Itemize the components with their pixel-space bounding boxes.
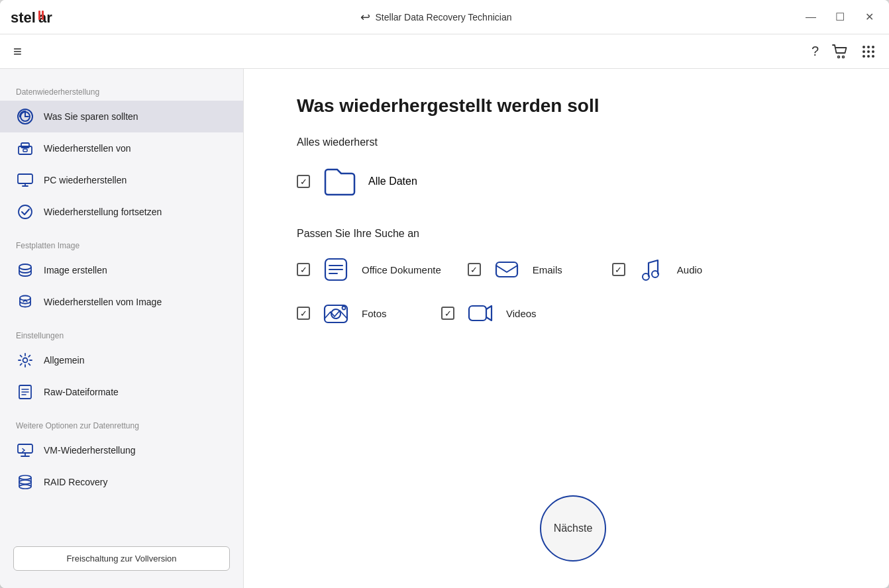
svg-point-5 <box>843 56 845 58</box>
next-button[interactable]: Nächste <box>540 495 606 562</box>
svg-point-40 <box>643 273 649 280</box>
general-icon <box>16 351 34 369</box>
svg-point-8 <box>872 46 874 48</box>
sidebar-item-continue-restore[interactable]: Wiederherstellung fortsetzen <box>0 196 243 228</box>
file-type-email: Emails <box>468 253 586 286</box>
content-area: Was wiederhergestellt werden soll Alles … <box>244 69 889 588</box>
toolbar-right: ? <box>811 44 876 59</box>
svg-rect-29 <box>18 444 32 453</box>
email-checkbox[interactable] <box>468 263 481 276</box>
sidebar-item-general[interactable]: Allgemein <box>0 344 243 376</box>
restore-from-image-icon <box>16 293 34 311</box>
svg-point-11 <box>872 50 874 53</box>
all-data-checkbox[interactable] <box>297 175 310 188</box>
customize-section: Passen Sie Ihre Suche an <box>297 228 849 340</box>
maximize-button[interactable]: ☐ <box>831 8 849 26</box>
customize-label: Passen Sie Ihre Suche an <box>297 228 849 240</box>
all-section-label: Alles wiederherst <box>297 136 849 148</box>
svg-rect-45 <box>469 306 486 320</box>
sidebar-item-label: Wiederherstellen vom Image <box>44 297 162 307</box>
sidebar-item-create-image[interactable]: Image erstellen <box>0 254 243 286</box>
sidebar-item-label: Wiederherstellen von <box>44 143 131 154</box>
all-data-section: Alle Daten <box>297 162 849 201</box>
raid-recovery-icon <box>16 473 34 491</box>
minimize-button[interactable]: — <box>802 8 820 26</box>
videos-icon <box>464 297 497 330</box>
audio-checkbox[interactable] <box>612 263 625 276</box>
photos-checkbox[interactable] <box>297 307 310 320</box>
title-bar: stel ar ↩ Stellar Data Recovery Technici… <box>0 0 889 34</box>
svg-point-9 <box>863 50 865 53</box>
sidebar-item-label: RAID Recovery <box>44 477 107 487</box>
office-icon <box>319 253 352 286</box>
page-title: Was wiederhergestellt werden soll <box>297 95 849 117</box>
window-title: Stellar Data Recovery Technician <box>376 12 512 23</box>
email-label: Emails <box>533 264 586 275</box>
office-checkbox[interactable] <box>297 263 310 276</box>
svg-point-13 <box>867 55 870 58</box>
svg-rect-20 <box>18 174 32 183</box>
unlock-button[interactable]: Freischaltung zur Vollversion <box>13 546 230 571</box>
videos-checkbox[interactable] <box>441 307 454 320</box>
sidebar-item-restore-from[interactable]: Wiederherstellen von <box>0 132 243 164</box>
svg-text:ar: ar <box>38 9 52 26</box>
help-icon[interactable]: ? <box>811 44 819 59</box>
raw-formats-icon <box>16 383 34 401</box>
sidebar-item-label: Was Sie sparen sollten <box>44 111 138 122</box>
toolbar: ≡ ? <box>0 34 889 69</box>
title-bar-center: ↩ Stellar Data Recovery Technician <box>70 10 802 24</box>
svg-point-44 <box>342 307 346 310</box>
svg-rect-39 <box>496 262 517 277</box>
sidebar-item-label: Raw-Dateiformate <box>44 387 119 397</box>
sidebar-item-vm-restore[interactable]: VM-Wiederherstellung <box>0 434 243 466</box>
svg-rect-2 <box>38 11 40 20</box>
close-button[interactable]: ✕ <box>860 8 878 26</box>
svg-point-6 <box>863 46 865 48</box>
svg-point-32 <box>19 485 31 489</box>
file-type-audio: Audio <box>612 253 730 286</box>
menu-button[interactable]: ≡ <box>13 43 22 60</box>
pc-restore-icon <box>16 171 34 189</box>
cart-icon[interactable] <box>832 44 848 59</box>
sidebar-item-pc-restore[interactable]: PC wiederherstellen <box>0 164 243 196</box>
app-window: stel ar ↩ Stellar Data Recovery Technici… <box>0 0 889 588</box>
svg-point-12 <box>863 55 865 58</box>
svg-point-21 <box>19 205 32 219</box>
sidebar-item-what-to-save[interactable]: Was Sie sparen sollten <box>0 101 243 132</box>
photos-icon <box>319 297 352 330</box>
sidebar-item-label: Wiederherstellung fortsetzen <box>44 207 162 217</box>
file-type-photos: Fotos <box>297 297 415 330</box>
title-back-icon: ↩ <box>360 10 370 24</box>
sidebar-section-settings: Einstellungen <box>0 326 243 344</box>
svg-rect-3 <box>42 11 44 20</box>
vm-restore-icon <box>16 441 34 460</box>
svg-point-41 <box>652 271 658 277</box>
restore-from-icon <box>16 139 34 158</box>
sidebar-item-label: Image erstellen <box>44 265 107 275</box>
audio-icon <box>635 253 668 286</box>
all-data-label: Alle Daten <box>368 175 417 187</box>
file-types-row-2: Fotos Videos <box>297 297 849 330</box>
svg-text:stel: stel <box>11 9 36 26</box>
continue-restore-icon <box>16 203 34 221</box>
logo: stel ar <box>11 7 70 28</box>
sidebar-section-more: Weitere Optionen zur Datenrettung <box>0 416 243 434</box>
audio-label: Audio <box>677 264 730 275</box>
svg-point-31 <box>19 480 31 484</box>
email-icon <box>490 253 523 286</box>
sidebar-item-label: VM-Wiederherstellung <box>44 445 136 456</box>
photos-label: Fotos <box>362 308 415 319</box>
svg-point-14 <box>872 55 874 58</box>
svg-point-10 <box>867 50 870 53</box>
sidebar-item-raw-formats[interactable]: Raw-Dateiformate <box>0 376 243 408</box>
sidebar-item-raid-recovery[interactable]: RAID Recovery <box>0 466 243 498</box>
grid-icon[interactable] <box>861 44 876 59</box>
office-label: Office Dokumente <box>362 264 441 275</box>
svg-point-22 <box>19 264 31 270</box>
main-area: Datenwiederherstellung Was Sie sparen so… <box>0 69 889 588</box>
next-btn-container: Nächste <box>297 469 849 562</box>
file-type-office: Office Dokumente <box>297 253 441 286</box>
sidebar: Datenwiederherstellung Was Sie sparen so… <box>0 69 244 588</box>
sidebar-item-restore-from-image[interactable]: Wiederherstellen vom Image <box>0 286 243 318</box>
svg-rect-19 <box>23 149 27 152</box>
